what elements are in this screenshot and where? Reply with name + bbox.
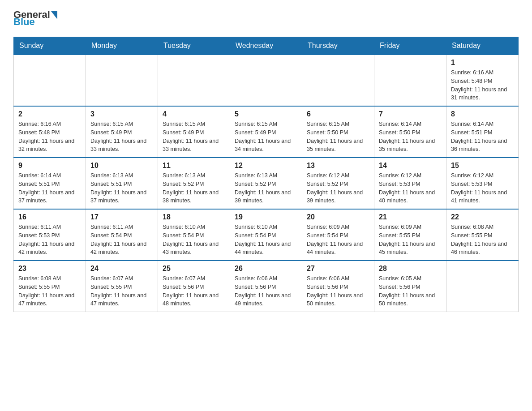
day-info: Sunrise: 6:14 AMSunset: 5:51 PMDaylight:…	[18, 171, 81, 205]
logo-triangle-icon	[51, 11, 57, 19]
day-info: Sunrise: 6:08 AMSunset: 5:55 PMDaylight:…	[18, 274, 81, 308]
day-info: Sunrise: 6:12 AMSunset: 5:53 PMDaylight:…	[379, 171, 442, 205]
day-number: 3	[90, 110, 153, 118]
day-number: 27	[307, 265, 369, 273]
day-info: Sunrise: 6:15 AMSunset: 5:49 PMDaylight:…	[163, 120, 225, 154]
day-number: 15	[451, 162, 514, 170]
day-number: 16	[18, 213, 81, 221]
day-info: Sunrise: 6:14 AMSunset: 5:50 PMDaylight:…	[379, 120, 442, 154]
day-number: 18	[163, 213, 225, 221]
calendar-cell: 16Sunrise: 6:11 AMSunset: 5:53 PMDayligh…	[14, 209, 86, 261]
day-number: 25	[163, 265, 225, 273]
day-info: Sunrise: 6:06 AMSunset: 5:56 PMDaylight:…	[307, 274, 369, 308]
page-header: General Blue	[13, 9, 519, 28]
day-number: 2	[18, 110, 81, 118]
calendar-cell: 10Sunrise: 6:13 AMSunset: 5:51 PMDayligh…	[86, 158, 158, 209]
day-info: Sunrise: 6:09 AMSunset: 5:55 PMDaylight:…	[379, 223, 442, 257]
calendar-cell	[230, 55, 302, 106]
day-number: 24	[90, 265, 153, 273]
weekday-header-tuesday: Tuesday	[158, 37, 230, 55]
day-info: Sunrise: 6:12 AMSunset: 5:53 PMDaylight:…	[451, 171, 514, 205]
day-info: Sunrise: 6:13 AMSunset: 5:52 PMDaylight:…	[163, 171, 225, 205]
calendar-cell	[446, 261, 519, 312]
calendar-cell: 1Sunrise: 6:16 AMSunset: 5:48 PMDaylight…	[446, 55, 519, 106]
logo-blue-text: Blue	[13, 16, 35, 28]
calendar-cell: 24Sunrise: 6:07 AMSunset: 5:55 PMDayligh…	[86, 261, 158, 312]
week-row-1: 1Sunrise: 6:16 AMSunset: 5:48 PMDaylight…	[14, 55, 519, 106]
calendar-cell: 13Sunrise: 6:12 AMSunset: 5:52 PMDayligh…	[302, 158, 374, 209]
calendar-cell: 20Sunrise: 6:09 AMSunset: 5:54 PMDayligh…	[302, 209, 374, 261]
calendar-cell	[14, 55, 86, 106]
day-info: Sunrise: 6:15 AMSunset: 5:49 PMDaylight:…	[90, 120, 153, 154]
day-info: Sunrise: 6:08 AMSunset: 5:55 PMDaylight:…	[451, 223, 514, 257]
day-info: Sunrise: 6:15 AMSunset: 5:50 PMDaylight:…	[307, 120, 369, 154]
day-info: Sunrise: 6:13 AMSunset: 5:51 PMDaylight:…	[90, 171, 153, 205]
calendar-cell: 28Sunrise: 6:05 AMSunset: 5:56 PMDayligh…	[374, 261, 446, 312]
day-number: 22	[451, 213, 514, 221]
week-row-5: 23Sunrise: 6:08 AMSunset: 5:55 PMDayligh…	[14, 261, 519, 312]
day-number: 10	[90, 162, 153, 170]
day-number: 17	[90, 213, 153, 221]
day-number: 20	[307, 213, 369, 221]
day-number: 11	[163, 162, 225, 170]
calendar-cell	[86, 55, 158, 106]
logo: General Blue	[13, 9, 57, 28]
day-number: 28	[379, 265, 442, 273]
day-number: 8	[451, 110, 514, 118]
week-row-3: 9Sunrise: 6:14 AMSunset: 5:51 PMDaylight…	[14, 158, 519, 209]
day-info: Sunrise: 6:05 AMSunset: 5:56 PMDaylight:…	[379, 274, 442, 308]
calendar-cell: 23Sunrise: 6:08 AMSunset: 5:55 PMDayligh…	[14, 261, 86, 312]
calendar-cell: 22Sunrise: 6:08 AMSunset: 5:55 PMDayligh…	[446, 209, 519, 261]
calendar-cell	[374, 55, 446, 106]
calendar-cell: 18Sunrise: 6:10 AMSunset: 5:54 PMDayligh…	[158, 209, 230, 261]
day-info: Sunrise: 6:16 AMSunset: 5:48 PMDaylight:…	[18, 120, 81, 154]
calendar-header-row: SundayMondayTuesdayWednesdayThursdayFrid…	[14, 37, 519, 55]
calendar-cell	[158, 55, 230, 106]
calendar-cell: 15Sunrise: 6:12 AMSunset: 5:53 PMDayligh…	[446, 158, 519, 209]
day-number: 14	[379, 162, 442, 170]
weekday-header-monday: Monday	[86, 37, 158, 55]
calendar-cell: 3Sunrise: 6:15 AMSunset: 5:49 PMDaylight…	[86, 106, 158, 158]
calendar-cell: 21Sunrise: 6:09 AMSunset: 5:55 PMDayligh…	[374, 209, 446, 261]
calendar-cell: 25Sunrise: 6:07 AMSunset: 5:56 PMDayligh…	[158, 261, 230, 312]
weekday-header-sunday: Sunday	[14, 37, 86, 55]
day-number: 4	[163, 110, 225, 118]
calendar-cell: 2Sunrise: 6:16 AMSunset: 5:48 PMDaylight…	[14, 106, 86, 158]
day-number: 21	[379, 213, 442, 221]
calendar-table: SundayMondayTuesdayWednesdayThursdayFrid…	[13, 37, 519, 312]
calendar-cell: 11Sunrise: 6:13 AMSunset: 5:52 PMDayligh…	[158, 158, 230, 209]
day-info: Sunrise: 6:12 AMSunset: 5:52 PMDaylight:…	[307, 171, 369, 205]
day-info: Sunrise: 6:07 AMSunset: 5:55 PMDaylight:…	[90, 274, 153, 308]
calendar-cell: 8Sunrise: 6:14 AMSunset: 5:51 PMDaylight…	[446, 106, 519, 158]
calendar-cell: 5Sunrise: 6:15 AMSunset: 5:49 PMDaylight…	[230, 106, 302, 158]
day-info: Sunrise: 6:10 AMSunset: 5:54 PMDaylight:…	[235, 223, 297, 257]
day-number: 19	[235, 213, 297, 221]
calendar-cell: 9Sunrise: 6:14 AMSunset: 5:51 PMDaylight…	[14, 158, 86, 209]
calendar-cell: 4Sunrise: 6:15 AMSunset: 5:49 PMDaylight…	[158, 106, 230, 158]
day-info: Sunrise: 6:11 AMSunset: 5:53 PMDaylight:…	[18, 223, 81, 257]
day-number: 13	[307, 162, 369, 170]
day-number: 5	[235, 110, 297, 118]
day-info: Sunrise: 6:10 AMSunset: 5:54 PMDaylight:…	[163, 223, 225, 257]
day-info: Sunrise: 6:15 AMSunset: 5:49 PMDaylight:…	[235, 120, 297, 154]
calendar-cell: 19Sunrise: 6:10 AMSunset: 5:54 PMDayligh…	[230, 209, 302, 261]
day-number: 6	[307, 110, 369, 118]
day-info: Sunrise: 6:16 AMSunset: 5:48 PMDaylight:…	[451, 68, 514, 102]
day-number: 9	[18, 162, 81, 170]
calendar-cell: 17Sunrise: 6:11 AMSunset: 5:54 PMDayligh…	[86, 209, 158, 261]
day-info: Sunrise: 6:11 AMSunset: 5:54 PMDaylight:…	[90, 223, 153, 257]
day-number: 1	[451, 59, 514, 67]
day-number: 26	[235, 265, 297, 273]
day-info: Sunrise: 6:14 AMSunset: 5:51 PMDaylight:…	[451, 120, 514, 154]
calendar-cell: 12Sunrise: 6:13 AMSunset: 5:52 PMDayligh…	[230, 158, 302, 209]
day-number: 7	[379, 110, 442, 118]
day-info: Sunrise: 6:07 AMSunset: 5:56 PMDaylight:…	[163, 274, 225, 308]
day-info: Sunrise: 6:13 AMSunset: 5:52 PMDaylight:…	[235, 171, 297, 205]
calendar-cell: 6Sunrise: 6:15 AMSunset: 5:50 PMDaylight…	[302, 106, 374, 158]
calendar-cell: 14Sunrise: 6:12 AMSunset: 5:53 PMDayligh…	[374, 158, 446, 209]
day-info: Sunrise: 6:06 AMSunset: 5:56 PMDaylight:…	[235, 274, 297, 308]
week-row-4: 16Sunrise: 6:11 AMSunset: 5:53 PMDayligh…	[14, 209, 519, 261]
calendar-cell	[302, 55, 374, 106]
weekday-header-thursday: Thursday	[302, 37, 374, 55]
calendar-cell: 7Sunrise: 6:14 AMSunset: 5:50 PMDaylight…	[374, 106, 446, 158]
